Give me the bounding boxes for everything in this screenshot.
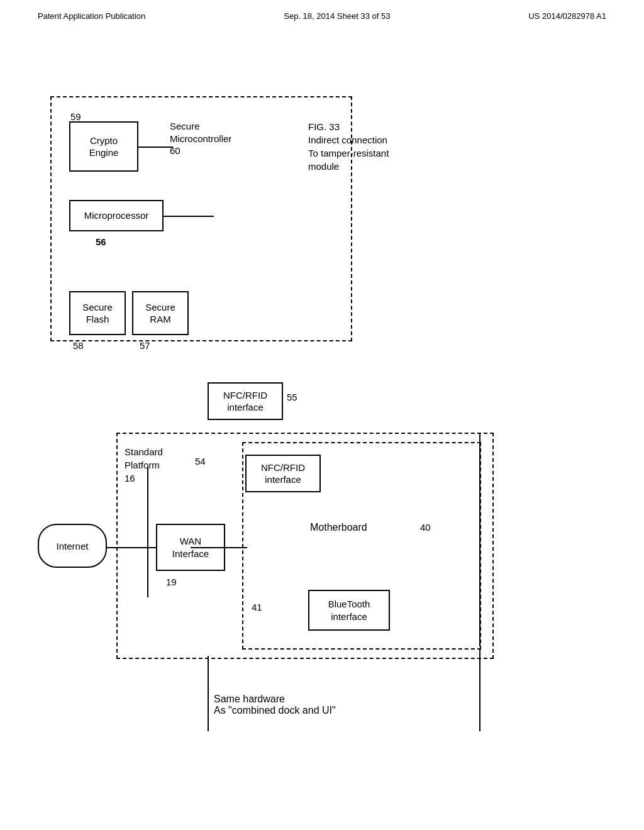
standard-platform-label: StandardPlatform16	[125, 445, 163, 485]
nfc-rfid-top-label: NFC/RFIDinterface	[223, 389, 267, 414]
line-internet-wan	[107, 547, 156, 548]
bluetooth-label: BlueToothinterface	[328, 598, 370, 622]
nfc-rfid-top-number: 55	[287, 390, 297, 404]
bluetooth-number: 41	[252, 600, 262, 614]
wan-interface-number: 19	[166, 575, 177, 589]
line-right-border	[479, 433, 480, 646]
line-sp-down2	[147, 547, 148, 597]
internet-box: Internet	[38, 524, 107, 568]
fig-label: FIG. 33 Indirect connection To tamper-re…	[308, 120, 389, 173]
microprocessor-number: 56	[96, 236, 106, 247]
same-hardware-line1: Same hardware	[214, 694, 336, 705]
internet-label: Internet	[57, 541, 89, 551]
line-bottom-left	[208, 656, 209, 731]
header-left: Patent Application Publication	[38, 11, 145, 21]
same-hardware-line2: As "combined dock and UI"	[214, 705, 336, 716]
secure-ram-label: SecureRAM	[145, 301, 175, 326]
secure-ram-box: SecureRAM	[132, 291, 189, 335]
secure-flash-box: SecureFlash	[69, 291, 126, 335]
bluetooth-box: BlueToothinterface	[308, 590, 390, 631]
header-right: US 2014/0282978 A1	[528, 11, 606, 21]
secure-ram-number: 57	[140, 339, 150, 352]
nfc-rfid-top-box: NFC/RFIDinterface	[208, 382, 283, 420]
motherboard-label: Motherboard	[310, 521, 367, 534]
microprocessor-label: Microprocessor	[84, 209, 149, 222]
line-wan-motherboard	[225, 547, 247, 548]
microprocessor-box: Microprocessor	[69, 200, 164, 231]
line-bottom-right	[479, 650, 480, 731]
header-center: Sep. 18, 2014 Sheet 33 of 53	[284, 11, 390, 21]
diagram-area: CryptoEngine 59 SecureMicrocontroller60 …	[0, 27, 644, 794]
line-wan-down-h	[191, 547, 225, 548]
secure-flash-label: SecureFlash	[82, 301, 113, 326]
same-hardware-area: Same hardware As "combined dock and UI"	[214, 694, 336, 716]
secure-flash-number: 58	[73, 339, 84, 352]
line-microprocessor-right	[164, 216, 214, 217]
crypto-engine-number: 59	[70, 110, 81, 123]
line-crypto-right	[138, 147, 173, 148]
secure-microcontroller-label: SecureMicrocontroller60	[170, 120, 231, 157]
motherboard-number: 40	[420, 521, 431, 534]
crypto-engine-box: CryptoEngine	[69, 121, 138, 172]
page-header: Patent Application Publication Sep. 18, …	[0, 0, 644, 27]
crypto-engine-label: CryptoEngine	[89, 135, 119, 159]
standard-platform-54: 54	[195, 455, 206, 468]
